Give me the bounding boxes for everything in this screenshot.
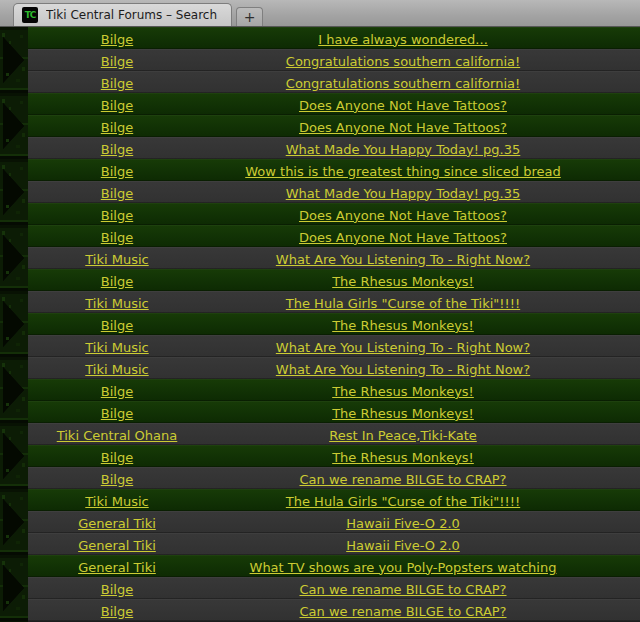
forum-link[interactable]: General Tiki [78,538,156,553]
thread-link[interactable]: Congratulations southern california! [286,76,520,91]
forum-link[interactable]: General Tiki [78,560,156,575]
search-result-row: Tiki Music What Are You Listening To - R… [28,357,640,379]
search-result-row: Bilge I have always wondered... [28,27,640,49]
thread-link[interactable]: What Made You Happy Today! pg.35 [286,186,521,201]
search-result-row: Bilge Can we rename BILGE to CRAP? [28,467,640,489]
tiki-pattern-background [0,27,28,622]
forum-link[interactable]: Tiki Music [85,340,148,355]
forum-link[interactable]: Bilge [101,384,133,399]
search-result-row: Bilge The Rhesus Monkeys! [28,379,640,401]
thread-link[interactable]: Does Anyone Not Have Tattoos? [299,98,507,113]
thread-link[interactable]: Does Anyone Not Have Tattoos? [299,230,507,245]
thread-link[interactable]: The Rhesus Monkeys! [332,318,474,333]
thread-link[interactable]: The Rhesus Monkeys! [332,384,474,399]
browser-tab-bar: TC Tiki Central Forums – Search + [0,0,640,27]
thread-link[interactable]: Congratulations southern california! [286,54,520,69]
thread-link[interactable]: What Are You Listening To - Right Now? [276,362,530,377]
new-tab-button[interactable]: + [236,7,263,26]
search-result-row: Tiki Music The Hula Girls "Curse of the … [28,489,640,511]
thread-link[interactable]: What Are You Listening To - Right Now? [276,252,530,267]
forum-link[interactable]: Bilge [101,406,133,421]
forum-link[interactable]: Bilge [101,582,133,597]
forum-link[interactable]: Tiki Music [85,252,148,267]
thread-link[interactable]: The Rhesus Monkeys! [332,450,474,465]
search-result-row: Bilge Can we rename BILGE to CRAP? [28,599,640,621]
thread-link[interactable]: Hawaii Five-O 2.0 [346,538,460,553]
search-result-row: Bilge The Rhesus Monkeys! [28,269,640,291]
forum-link[interactable]: Bilge [101,604,133,619]
search-result-row: General Tiki Hawaii Five-O 2.0 [28,511,640,533]
forum-link[interactable]: Bilge [101,164,133,179]
forum-link[interactable]: Bilge [101,54,133,69]
plus-icon: + [244,10,256,24]
thread-link[interactable]: The Hula Girls "Curse of the Tiki"!!!! [286,296,520,311]
search-result-row: Bilge Does Anyone Not Have Tattoos? [28,93,640,115]
forum-link[interactable]: Tiki Music [85,362,148,377]
forum-link[interactable]: Bilge [101,142,133,157]
search-result-row: Bilge Does Anyone Not Have Tattoos? [28,225,640,247]
forum-link[interactable]: Bilge [101,208,133,223]
thread-link[interactable]: Can we rename BILGE to CRAP? [299,472,506,487]
forum-link[interactable]: Bilge [101,76,133,91]
browser-tab[interactable]: TC Tiki Central Forums – Search [13,3,232,26]
search-result-row: Bilge What Made You Happy Today! pg.35 [28,137,640,159]
thread-link[interactable]: Wow this is the greatest thing since sli… [245,164,561,179]
search-result-row: General Tiki Hawaii Five-O 2.0 [28,533,640,555]
forum-link[interactable]: General Tiki [78,516,156,531]
thread-link[interactable]: Does Anyone Not Have Tattoos? [299,120,507,135]
search-result-row: Tiki Music What Are You Listening To - R… [28,247,640,269]
search-result-row: Bilge Can we rename BILGE to CRAP? [28,577,640,599]
search-result-row: Tiki Central Ohana Rest In Peace,Tiki-Ka… [28,423,640,445]
tiki-pattern-art [0,27,28,622]
forum-link[interactable]: Bilge [101,450,133,465]
thread-link[interactable]: What TV shows are you Poly-Popsters watc… [250,560,557,575]
forum-link[interactable]: Tiki Music [85,494,148,509]
thread-link[interactable]: What Made You Happy Today! pg.35 [286,142,521,157]
forum-link[interactable]: Tiki Central Ohana [57,428,178,443]
thread-link[interactable]: Rest In Peace,Tiki-Kate [329,428,477,443]
search-result-row: Tiki Music The Hula Girls "Curse of the … [28,291,640,313]
search-result-row: Bilge Does Anyone Not Have Tattoos? [28,115,640,137]
thread-link[interactable]: The Rhesus Monkeys! [332,406,474,421]
search-result-row: Bilge What Made You Happy Today! pg.35 [28,181,640,203]
thread-link[interactable]: Can we rename BILGE to CRAP? [299,582,506,597]
forum-link[interactable]: Bilge [101,274,133,289]
forum-link[interactable]: Bilge [101,32,133,47]
search-result-row: Tiki Music What Are You Listening To - R… [28,335,640,357]
forum-link[interactable]: Tiki Music [85,296,148,311]
tab-title: Tiki Central Forums – Search [46,8,217,22]
search-result-row: Bilge Congratulations southern californi… [28,71,640,93]
forum-link[interactable]: Bilge [101,186,133,201]
forum-link[interactable]: Bilge [101,472,133,487]
thread-link[interactable]: What Are You Listening To - Right Now? [276,340,530,355]
search-result-row: Bilge Does Anyone Not Have Tattoos? [28,203,640,225]
thread-link[interactable]: Can we rename BILGE to CRAP? [299,604,506,619]
thread-link[interactable]: The Rhesus Monkeys! [332,274,474,289]
search-result-row: Bilge The Rhesus Monkeys! [28,313,640,335]
thread-link[interactable]: The Hula Girls "Curse of the Tiki"!!!! [286,494,520,509]
forum-link[interactable]: Bilge [101,230,133,245]
forum-link[interactable]: Bilge [101,120,133,135]
thread-link[interactable]: Hawaii Five-O 2.0 [346,516,460,531]
forum-link[interactable]: Bilge [101,318,133,333]
thread-link[interactable]: I have always wondered... [318,32,488,47]
search-result-row: Bilge The Rhesus Monkeys! [28,445,640,467]
forum-search-page: Bilge I have always wondered... Bilge Co… [0,27,640,622]
search-result-row: Bilge The Rhesus Monkeys! [28,401,640,423]
search-result-row: General Tiki What TV shows are you Poly-… [28,555,640,577]
forum-link[interactable]: Bilge [101,98,133,113]
search-result-row: Bilge Congratulations southern californi… [28,49,640,71]
site-favicon-icon: TC [22,7,38,23]
thread-link[interactable]: Does Anyone Not Have Tattoos? [299,208,507,223]
search-result-row: Bilge Wow this is the greatest thing sin… [28,159,640,181]
search-results-table: Bilge I have always wondered... Bilge Co… [28,27,640,622]
